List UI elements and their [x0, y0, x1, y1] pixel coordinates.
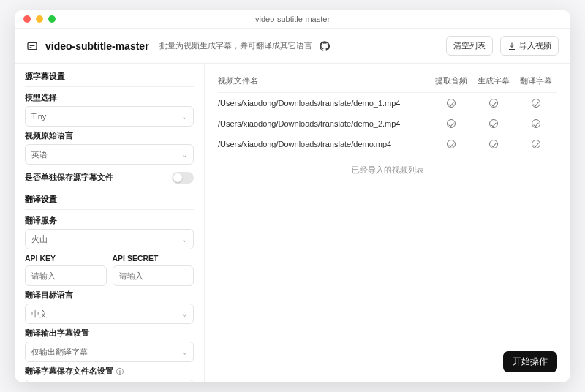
status-translate — [515, 119, 557, 128]
file-name: /Users/xiaodong/Downloads/translate/demo… — [218, 119, 430, 128]
minimize-icon[interactable] — [36, 15, 43, 23]
clear-list-label: 清空列表 — [453, 40, 486, 51]
file-name: /Users/xiaodong/Downloads/translate/demo… — [218, 140, 430, 148]
source-subtitle-group: 源字幕设置 模型选择 Tiny ⌄ 视频原始语言 英语 ⌄ 是否单独保存源字幕文… — [25, 71, 194, 184]
chevron-down-icon: ⌄ — [181, 113, 187, 121]
filename-input[interactable]: ${fileName}.${targetLanguage} — [25, 380, 194, 382]
check-icon — [447, 140, 456, 148]
orig-lang-value: 英语 — [31, 149, 48, 160]
main-panel: 视频文件名 提取音频 生成字幕 翻译字幕 /Users/xiaodong/Dow… — [205, 64, 570, 382]
api-key-label: API KEY — [25, 254, 107, 263]
status-audio — [430, 119, 472, 128]
filename-label: 翻译字幕保存文件名设置 i — [25, 366, 194, 377]
chevron-down-icon: ⌄ — [181, 235, 187, 244]
api-secret-input[interactable] — [113, 265, 195, 286]
service-label: 翻译服务 — [25, 216, 194, 226]
target-lang-label: 翻译目标语言 — [25, 290, 194, 301]
check-icon — [489, 99, 498, 108]
model-value: Tiny — [31, 112, 46, 121]
traffic-lights — [23, 15, 56, 23]
orig-lang-select[interactable]: 英语 ⌄ — [25, 144, 194, 165]
fullscreen-icon[interactable] — [48, 15, 56, 23]
app-title: video-subtitle-master — [45, 40, 149, 52]
col-filename: 视频文件名 — [218, 75, 430, 86]
target-lang-select[interactable]: 中文 ⌄ — [25, 304, 194, 324]
content: 源字幕设置 模型选择 Tiny ⌄ 视频原始语言 英语 ⌄ 是否单独保存源字幕文… — [15, 64, 570, 382]
orig-lang-label: 视频原始语言 — [25, 131, 194, 141]
check-icon — [447, 119, 456, 128]
status-subtitle — [472, 119, 515, 128]
translate-group-title: 翻译设置 — [25, 194, 194, 210]
save-source-toggle[interactable] — [172, 172, 194, 184]
api-key-input[interactable] — [25, 265, 107, 286]
start-button-label: 开始操作 — [513, 357, 548, 366]
window-title: video-subtitle-master — [15, 15, 570, 23]
info-icon[interactable]: i — [116, 368, 124, 375]
service-value: 火山 — [31, 234, 48, 245]
table-row[interactable]: /Users/xiaodong/Downloads/translate/demo… — [218, 93, 557, 113]
table-footer-message: 已经导入的视频列表 — [218, 165, 557, 176]
output-mode-value: 仅输出翻译字幕 — [31, 347, 88, 358]
translate-group: 翻译设置 翻译服务 火山 ⌄ API KEY API SECRET — [25, 194, 194, 382]
app-window: video-subtitle-master video-subtitle-mas… — [15, 10, 570, 382]
chevron-down-icon: ⌄ — [181, 310, 187, 318]
target-lang-value: 中文 — [31, 309, 48, 320]
status-translate — [515, 140, 557, 148]
model-label: 模型选择 — [25, 93, 194, 103]
chevron-down-icon: ⌄ — [181, 348, 187, 356]
import-video-button[interactable]: 导入视频 — [500, 36, 559, 56]
check-icon — [532, 140, 540, 148]
api-secret-label: API SECRET — [113, 254, 195, 263]
col-translate-subtitle: 翻译字幕 — [515, 75, 557, 86]
model-select[interactable]: Tiny ⌄ — [25, 106, 194, 127]
status-subtitle — [472, 99, 515, 108]
header: video-subtitle-master 批量为视频生成字幕，并可翻译成其它语… — [15, 29, 570, 64]
close-icon[interactable] — [23, 15, 31, 23]
titlebar: video-subtitle-master — [15, 10, 570, 29]
status-subtitle — [472, 140, 515, 148]
table-row[interactable]: /Users/xiaodong/Downloads/translate/demo… — [218, 113, 557, 134]
output-mode-select[interactable]: 仅输出翻译字幕 ⌄ — [25, 342, 194, 362]
check-icon — [489, 140, 498, 148]
check-icon — [532, 99, 540, 108]
check-icon — [489, 119, 498, 128]
sidebar: 源字幕设置 模型选择 Tiny ⌄ 视频原始语言 英语 ⌄ 是否单独保存源字幕文… — [15, 64, 205, 382]
col-generate-subtitle: 生成字幕 — [472, 75, 515, 86]
save-source-row: 是否单独保存源字幕文件 — [25, 172, 194, 184]
chevron-down-icon: ⌄ — [181, 151, 187, 159]
output-mode-label: 翻译输出字幕设置 — [25, 328, 194, 339]
app-logo-icon — [26, 40, 38, 52]
import-icon — [507, 42, 516, 50]
service-select[interactable]: 火山 ⌄ — [25, 229, 194, 249]
file-name: /Users/xiaodong/Downloads/translate/demo… — [218, 99, 430, 108]
col-extract-audio: 提取音频 — [430, 75, 472, 86]
table-row[interactable]: /Users/xiaodong/Downloads/translate/demo… — [218, 134, 557, 154]
status-audio — [430, 99, 472, 108]
import-video-label: 导入视频 — [519, 40, 551, 51]
filename-label-text: 翻译字幕保存文件名设置 — [25, 366, 113, 377]
table-header: 视频文件名 提取音频 生成字幕 翻译字幕 — [218, 72, 557, 93]
source-group-title: 源字幕设置 — [25, 71, 194, 87]
status-audio — [430, 140, 472, 148]
save-source-label: 是否单独保存源字幕文件 — [25, 173, 113, 183]
check-icon — [447, 99, 456, 108]
github-icon[interactable] — [320, 41, 330, 51]
status-translate — [515, 99, 557, 108]
check-icon — [532, 119, 540, 128]
clear-list-button[interactable]: 清空列表 — [446, 36, 493, 56]
start-button[interactable]: 开始操作 — [503, 351, 557, 372]
app-tagline: 批量为视频生成字幕，并可翻译成其它语言 — [159, 40, 312, 51]
